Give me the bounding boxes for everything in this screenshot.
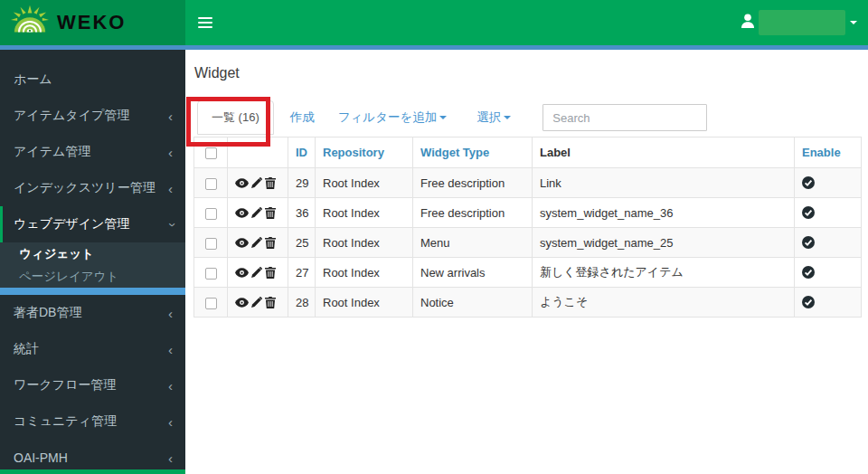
cell-label: Link bbox=[533, 168, 795, 198]
cell-label: system_widget_name_36 bbox=[533, 198, 795, 228]
chevron-left-icon: ‹ bbox=[168, 415, 173, 429]
row-checkbox[interactable] bbox=[205, 268, 217, 280]
cell-id: 36 bbox=[288, 198, 316, 228]
cell-id: 28 bbox=[288, 288, 316, 318]
tab-list[interactable]: 一覧 (16) bbox=[197, 100, 274, 135]
chevron-left-icon: ‹ bbox=[168, 307, 173, 320]
column-header-label[interactable]: Label bbox=[533, 137, 795, 168]
sidebar-submenu-webdesign: ウィジェット ページレイアウト bbox=[0, 242, 185, 288]
column-header-widget-type[interactable]: Widget Type bbox=[413, 137, 533, 168]
table-row: 36 Root Index Free description system_wi… bbox=[194, 198, 862, 228]
cell-widget-type: Notice bbox=[413, 288, 533, 318]
column-header-enable[interactable]: Enable bbox=[795, 137, 862, 168]
table-row: 25 Root Index Menu system_widget_name_25 bbox=[194, 228, 862, 258]
widget-toolbar: 一覧 (16) 作成 フィルターを追加 選択 bbox=[193, 101, 868, 134]
delete-trash-icon[interactable] bbox=[265, 237, 276, 249]
row-checkbox[interactable] bbox=[205, 178, 217, 190]
sidebar-item-label: アイテム管理 bbox=[14, 144, 90, 160]
edit-pencil-icon[interactable] bbox=[251, 207, 262, 218]
sidebar-item-label: 著者DB管理 bbox=[14, 305, 81, 321]
sidebar-bottom-green-strip bbox=[0, 469, 185, 474]
row-checkbox[interactable] bbox=[205, 208, 217, 220]
sidebar-item-label: 統計 bbox=[14, 341, 39, 357]
sidebar-item-label: ホーム bbox=[14, 71, 52, 88]
table-row: 29 Root Index Free description Link bbox=[194, 168, 862, 198]
sidebar-item-label: ワークフロー管理 bbox=[14, 377, 116, 393]
main-content: Widget 一覧 (16) 作成 フィルターを追加 選択 ID Reposit… bbox=[185, 50, 868, 474]
search-input[interactable] bbox=[542, 104, 707, 131]
cell-widget-type: Menu bbox=[413, 228, 533, 258]
enabled-check-icon bbox=[802, 206, 815, 219]
select-dropdown[interactable]: 選択 bbox=[476, 109, 511, 126]
column-header-repository[interactable]: Repository bbox=[316, 137, 413, 168]
chevron-left-icon: ‹ bbox=[168, 379, 173, 393]
row-checkbox[interactable] bbox=[205, 238, 217, 250]
sidebar-subitem-pagelayout[interactable]: ページレイアウト bbox=[0, 265, 185, 288]
caret-down-icon bbox=[850, 21, 857, 24]
caret-down-icon bbox=[504, 116, 511, 119]
sidebar-item-workflow-mgmt[interactable]: ワークフロー管理 ‹ bbox=[0, 367, 185, 403]
navbar bbox=[185, 0, 868, 45]
top-navbar: WEKO bbox=[0, 0, 868, 45]
column-header-id[interactable]: ID bbox=[288, 137, 316, 168]
sidebar-item-label: ウェブデザイン管理 bbox=[14, 216, 129, 232]
edit-pencil-icon[interactable] bbox=[251, 177, 262, 188]
sidebar-item-item-mgmt[interactable]: アイテム管理 ‹ bbox=[0, 134, 185, 170]
cell-repository: Root Index bbox=[316, 168, 413, 198]
sidebar-nav: ホーム アイテムタイプ管理 ‹ アイテム管理 ‹ インデックスツリー管理 ‹ ウ… bbox=[0, 50, 185, 474]
select-all-checkbox[interactable] bbox=[205, 147, 217, 159]
hamburger-menu-icon[interactable] bbox=[198, 14, 212, 31]
enabled-check-icon bbox=[802, 266, 815, 279]
sidebar-item-label: アイテムタイプ管理 bbox=[14, 108, 129, 124]
chevron-left-icon: ‹ bbox=[168, 451, 173, 465]
cell-label: 新しく登録されたアイテム bbox=[533, 258, 795, 288]
sidebar-item-itemtype-mgmt[interactable]: アイテムタイプ管理 ‹ bbox=[0, 98, 185, 134]
sidebar-item-label: OAI-PMH bbox=[14, 450, 68, 465]
enabled-check-icon bbox=[802, 176, 815, 189]
enabled-check-icon bbox=[802, 296, 815, 308]
add-filter-label: フィルターを追加 bbox=[338, 110, 438, 124]
cell-label: system_widget_name_25 bbox=[533, 228, 795, 258]
widget-table: ID Repository Widget Type Label Enable bbox=[193, 137, 862, 318]
page-title: Widget bbox=[194, 65, 868, 81]
edit-pencil-icon[interactable] bbox=[251, 297, 262, 308]
view-eye-icon[interactable] bbox=[235, 208, 249, 218]
cell-widget-type: Free description bbox=[413, 198, 533, 228]
view-eye-icon[interactable] bbox=[235, 178, 249, 188]
view-eye-icon[interactable] bbox=[235, 298, 249, 308]
cell-id: 27 bbox=[288, 258, 316, 288]
delete-trash-icon[interactable] bbox=[265, 177, 276, 189]
enabled-check-icon bbox=[802, 236, 815, 249]
view-eye-icon[interactable] bbox=[235, 268, 249, 278]
sidebar-item-community-mgmt[interactable]: コミュニティ管理 ‹ bbox=[0, 403, 185, 440]
delete-trash-icon[interactable] bbox=[265, 297, 276, 308]
sidebar-item-webdesign-mgmt[interactable]: ウェブデザイン管理 ‹ bbox=[0, 206, 185, 242]
select-label: 選択 bbox=[476, 110, 501, 124]
user-menu[interactable] bbox=[741, 10, 868, 35]
sidebar-subitem-widget[interactable]: ウィジェット bbox=[0, 242, 185, 265]
chevron-down-icon: ‹ bbox=[164, 223, 177, 227]
logo-area[interactable]: WEKO bbox=[0, 0, 185, 45]
cell-repository: Root Index bbox=[316, 198, 413, 228]
sidebar-item-home[interactable]: ホーム bbox=[0, 62, 185, 98]
view-eye-icon[interactable] bbox=[235, 238, 249, 248]
user-icon bbox=[741, 14, 754, 32]
actions-column-header bbox=[228, 137, 288, 168]
edit-pencil-icon[interactable] bbox=[251, 267, 262, 278]
table-row: 27 Root Index New arrivals 新しく登録されたアイテム bbox=[194, 258, 862, 288]
sidebar-item-authordb-mgmt[interactable]: 著者DB管理 ‹ bbox=[0, 295, 185, 331]
username-redacted-box bbox=[759, 10, 845, 35]
sidebar-subitem-label: ページレイアウト bbox=[19, 269, 118, 285]
create-button[interactable]: 作成 bbox=[290, 109, 315, 126]
table-row: 28 Root Index Notice ようこそ bbox=[194, 288, 862, 318]
sidebar-item-statistics[interactable]: 統計 ‹ bbox=[0, 331, 185, 367]
add-filter-dropdown[interactable]: フィルターを追加 bbox=[338, 109, 448, 126]
edit-pencil-icon[interactable] bbox=[251, 237, 262, 248]
cell-repository: Root Index bbox=[316, 228, 413, 258]
submenu-accent-bar bbox=[0, 288, 185, 295]
sidebar-item-label: コミュニティ管理 bbox=[14, 413, 117, 430]
delete-trash-icon[interactable] bbox=[265, 207, 276, 219]
sidebar-item-indextree-mgmt[interactable]: インデックスツリー管理 ‹ bbox=[0, 170, 185, 206]
delete-trash-icon[interactable] bbox=[265, 267, 276, 279]
row-checkbox[interactable] bbox=[205, 298, 217, 309]
